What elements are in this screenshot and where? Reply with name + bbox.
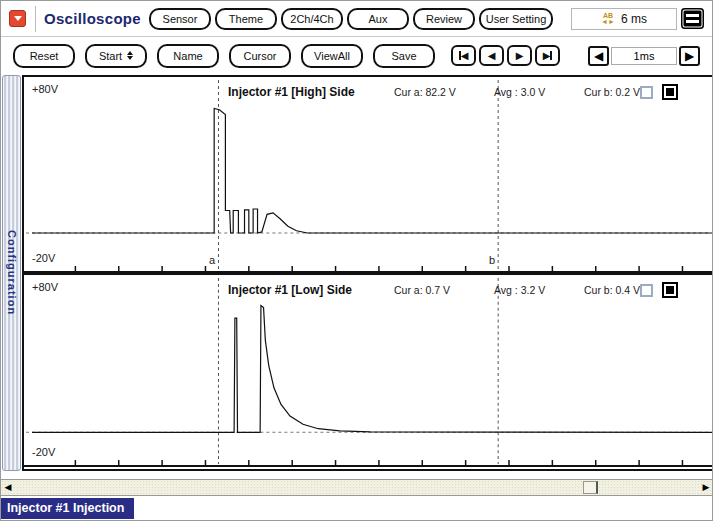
list-icon <box>686 20 699 23</box>
ab-icon-arrows: ◄► <box>601 19 615 25</box>
main-area: Configuration +80V -20V Injector #1 [Hig… <box>1 75 713 471</box>
timebase-decrease-button[interactable]: ◀ <box>588 46 609 66</box>
y-max-label: +80V <box>32 281 58 293</box>
channel-1-waveform-plot[interactable] <box>24 77 712 273</box>
ab-cursor-icon: AB ◄► <box>601 13 615 25</box>
skip-last-icon <box>550 51 552 60</box>
ab-time-value: 6 ms <box>621 12 647 26</box>
measure-list-button[interactable] <box>681 8 704 29</box>
checkbox-fill <box>666 88 674 96</box>
scrollbar-thumb[interactable] <box>583 481 598 494</box>
playback-controls: ◀ ◀ ▶ ▶ <box>451 45 560 66</box>
save-button[interactable]: Save <box>373 44 435 68</box>
theme-button[interactable]: Theme <box>215 8 277 30</box>
start-button[interactable]: Start <box>85 44 147 68</box>
app-menu-button[interactable] <box>9 10 26 27</box>
control-toolbar: Reset Start Name Cursor ViewAll Save ◀ ◀… <box>1 37 712 74</box>
reset-button[interactable]: Reset <box>13 44 75 68</box>
checkbox-fill <box>666 286 674 294</box>
skip-last-button[interactable]: ▶ <box>535 45 560 66</box>
step-back-button[interactable]: ◀ <box>479 45 504 66</box>
step-forward-button[interactable]: ▶ <box>507 45 532 66</box>
cursor-b-label: b <box>489 254 495 266</box>
cursor-a-readout: Cur a: 0.7 V <box>394 284 450 296</box>
app-title: Oscilloscope <box>44 10 141 27</box>
dropdown-arrow-icon <box>14 16 22 21</box>
timebase-value: 1ms <box>611 47 677 65</box>
configuration-tab-label: Configuration <box>6 230 18 315</box>
y-min-label: -20V <box>32 446 55 458</box>
channel-1-title: Injector #1 [High] Side <box>228 85 355 99</box>
next-triangle-icon: ▶ <box>543 51 551 61</box>
cursor-b-readout: Cur b: 0.4 V <box>584 284 640 296</box>
channel-2-checkbox-unchecked[interactable] <box>640 284 653 297</box>
cursor-a-label: a <box>209 254 215 266</box>
configuration-tab[interactable]: Configuration <box>2 75 21 471</box>
channel-mode-button[interactable]: 2Ch/4Ch <box>281 8 343 30</box>
start-spinner-icon <box>127 51 133 60</box>
sensor-button[interactable]: Sensor <box>149 8 211 30</box>
status-label: Injector #1 Injection <box>1 498 134 519</box>
channel-2-checkbox-checked[interactable] <box>662 282 678 298</box>
prev-triangle-icon: ◀ <box>488 51 496 61</box>
channel-2-waveform-plot[interactable] <box>24 275 712 467</box>
scroll-left-button[interactable]: ◀ <box>1 480 15 495</box>
oscilloscope-window: Oscilloscope Sensor Theme 2Ch/4Ch Aux Re… <box>0 0 713 521</box>
review-button[interactable]: Review <box>413 8 475 30</box>
skip-first-button[interactable]: ◀ <box>451 45 476 66</box>
avg-readout: Avg : 3.0 V <box>494 86 545 98</box>
aux-button[interactable]: Aux <box>347 8 409 30</box>
ab-time-readout: AB ◄► 6 ms <box>571 8 677 30</box>
titlebar-divider <box>35 6 36 32</box>
viewall-button[interactable]: ViewAll <box>301 44 363 68</box>
scroll-right-button[interactable]: ▶ <box>699 480 713 495</box>
timebase-increase-button[interactable]: ▶ <box>679 46 700 66</box>
cursor-button[interactable]: Cursor <box>229 44 291 68</box>
chart-panel: +80V -20V Injector #1 [High] Side Cur a:… <box>22 75 713 471</box>
cursor-a-readout: Cur a: 82.2 V <box>394 86 456 98</box>
cursor-b-readout: Cur b: 0.2 V <box>584 86 640 98</box>
avg-readout: Avg : 3.2 V <box>494 284 545 296</box>
channel-1-checkbox-unchecked[interactable] <box>640 86 653 99</box>
timebase-control: ◀ 1ms ▶ <box>588 46 700 66</box>
channel-1-checkbox-checked[interactable] <box>662 84 678 100</box>
channel-2-chart: +80V -20V Injector #1 [Low] Side Cur a: … <box>24 273 712 467</box>
channel-1-chart: +80V -20V Injector #1 [High] Side Cur a:… <box>24 77 712 273</box>
prev-triangle-icon: ◀ <box>461 51 469 61</box>
list-icon <box>686 14 699 17</box>
next-triangle-icon: ▶ <box>516 51 524 61</box>
name-button[interactable]: Name <box>157 44 219 68</box>
y-min-label: -20V <box>32 252 55 264</box>
start-button-label: Start <box>99 50 122 62</box>
title-bar: Oscilloscope Sensor Theme 2Ch/4Ch Aux Re… <box>1 1 712 37</box>
y-max-label: +80V <box>32 83 58 95</box>
user-setting-button[interactable]: User Setting <box>479 8 553 30</box>
channel-2-title: Injector #1 [Low] Side <box>228 283 352 297</box>
horizontal-scrollbar[interactable]: ◀ ▶ <box>1 479 713 496</box>
